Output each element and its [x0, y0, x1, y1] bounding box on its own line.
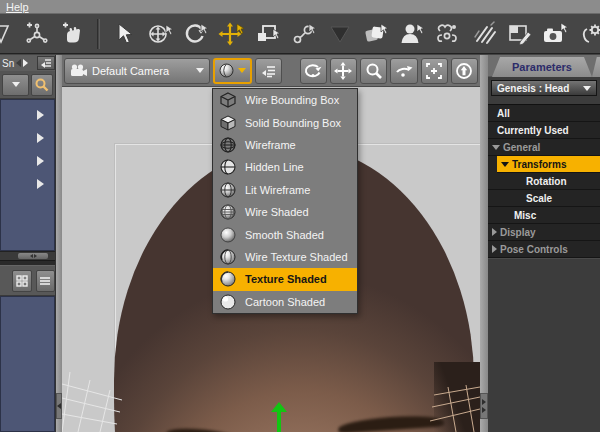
create-prop-icon[interactable] — [58, 19, 88, 49]
scene-search-button[interactable] — [31, 74, 53, 96]
figure-selection-tool[interactable] — [397, 19, 427, 49]
bank-button[interactable] — [390, 58, 417, 84]
menu-item-solid-bounding-box[interactable]: Solid Bounding Box — [213, 111, 357, 133]
scale-tool[interactable] — [253, 19, 283, 49]
main-toolbar — [0, 14, 600, 54]
param-item-rotation[interactable]: Rotation — [488, 173, 600, 190]
menu-item-wire-texture-shaded[interactable]: Wire Texture Shaded — [213, 246, 357, 268]
floor-grid — [62, 372, 132, 432]
scene-hscrollbar[interactable] — [0, 251, 55, 260]
camera-selector-label: Default Camera — [92, 65, 191, 77]
floor-grid — [430, 377, 480, 432]
list-icon — [261, 65, 276, 77]
splitter-handle[interactable] — [480, 393, 488, 419]
wireframe-sphere-icon — [220, 137, 236, 153]
hamburger-icon — [39, 276, 51, 286]
viewport-toolbar: Default Camera — [62, 55, 480, 87]
lower-pane-content[interactable] — [0, 296, 55, 432]
scene-tree[interactable] — [0, 99, 55, 251]
tree-expander-icon[interactable] — [37, 179, 44, 189]
tab-sliver[interactable] — [592, 57, 600, 77]
scene-pane: Sn — [0, 55, 56, 432]
hscroll-thumb[interactable] — [18, 253, 48, 259]
menu-item-texture-shaded[interactable]: Texture Shaded — [213, 268, 357, 290]
translate-gizmo-y[interactable] — [271, 402, 287, 432]
cartoon-shaded-sphere-icon — [220, 294, 236, 310]
tree-expander-icon[interactable] — [37, 110, 44, 120]
chevron-down-icon — [196, 68, 204, 73]
view-options-button[interactable] — [255, 58, 282, 84]
menu-item-lit-wireframe[interactable]: Lit Wireframe — [213, 179, 357, 201]
solid-cube-icon — [220, 115, 236, 131]
menu-bar: Help — [0, 0, 600, 14]
menu-help[interactable]: Help — [2, 1, 33, 13]
surface-selection-tool[interactable] — [361, 19, 391, 49]
parameters-empty-area — [488, 258, 600, 432]
smooth-shaded-sphere-icon — [220, 227, 236, 243]
param-group-general[interactable]: General — [488, 139, 600, 156]
tool-menu-arrow[interactable] — [325, 19, 355, 49]
wire-shaded-sphere-icon — [220, 204, 236, 220]
param-item-misc[interactable]: Misc — [488, 207, 600, 224]
translate-tool[interactable] — [217, 19, 247, 49]
menu-item-wireframe[interactable]: Wireframe — [213, 134, 357, 156]
powerpose-tool[interactable] — [433, 19, 463, 49]
menu-item-hidden-line[interactable]: Hidden Line — [213, 156, 357, 178]
aim-button[interactable] — [451, 58, 478, 84]
frame-button[interactable] — [421, 58, 448, 84]
scope-selector-label: Genesis : Head — [497, 83, 579, 94]
expander-down-icon — [492, 145, 500, 150]
clipped-cone-icon[interactable] — [0, 19, 16, 49]
param-group-transforms[interactable]: Transforms — [497, 156, 600, 173]
parameter-group-list: All Currently Used General Transforms Ro… — [488, 104, 600, 258]
texture-shaded-sphere-icon — [220, 271, 236, 287]
rotate-tool[interactable] — [181, 19, 211, 49]
wire-texture-shaded-sphere-icon — [220, 249, 236, 265]
expander-right-icon — [492, 245, 497, 253]
param-item-scale[interactable]: Scale — [488, 190, 600, 207]
grid-view-button[interactable] — [12, 270, 32, 292]
menu-item-cartoon-shaded[interactable]: Cartoon Shaded — [213, 291, 357, 313]
list-menu-button[interactable] — [36, 270, 56, 292]
layout-edit-tool[interactable] — [505, 19, 535, 49]
param-item-all[interactable]: All — [488, 105, 600, 122]
render-settings[interactable] — [577, 19, 600, 49]
tab-scroll-right-icon[interactable] — [23, 59, 28, 67]
pan-button[interactable] — [330, 58, 357, 84]
viewport: Default Camera — [62, 55, 480, 432]
rotate-orbit-tool[interactable] — [145, 19, 175, 49]
viewport-canvas[interactable]: Wire Bounding Box Solid Bounding Box Wir… — [62, 87, 480, 432]
param-item-currently-used[interactable]: Currently Used — [488, 122, 600, 139]
param-group-display[interactable]: Display — [488, 224, 600, 241]
param-group-pose-controls[interactable]: Pose Controls — [488, 241, 600, 258]
drawstyle-menu: Wire Bounding Box Solid Bounding Box Wir… — [212, 88, 358, 314]
scene-tab[interactable]: Sn — [0, 58, 15, 69]
spot-render-tool[interactable] — [541, 19, 571, 49]
arc-rotate-icon — [395, 64, 413, 78]
node-selection-tool[interactable] — [109, 19, 139, 49]
chevron-down-icon — [583, 86, 591, 91]
camera-selector[interactable]: Default Camera — [64, 58, 210, 84]
aim-icon — [456, 63, 472, 79]
zoom-button[interactable] — [360, 58, 387, 84]
create-node-icon[interactable] — [22, 19, 52, 49]
camera-icon — [70, 64, 87, 77]
tree-expander-icon[interactable] — [37, 156, 44, 166]
tab-parameters[interactable]: Parameters — [492, 57, 592, 77]
menu-item-smooth-shaded[interactable]: Smooth Shaded — [213, 223, 357, 245]
style-tool[interactable] — [469, 19, 499, 49]
joint-editor-tool[interactable] — [289, 19, 319, 49]
pane-menu-button[interactable] — [37, 56, 55, 70]
sphere-icon — [219, 63, 234, 78]
pan-icon — [334, 62, 352, 80]
menu-item-wire-shaded[interactable]: Wire Shaded — [213, 201, 357, 223]
menu-item-wire-bounding-box[interactable]: Wire Bounding Box — [213, 89, 357, 111]
tab-scroll-left-icon[interactable] — [16, 59, 21, 67]
orbit-icon — [304, 63, 322, 79]
scene-filter-dropdown[interactable] — [2, 74, 29, 96]
drawstyle-button[interactable] — [213, 58, 252, 84]
scope-selector[interactable]: Genesis : Head — [491, 80, 597, 96]
tree-expander-icon[interactable] — [37, 133, 44, 143]
orbit-button[interactable] — [300, 58, 327, 84]
right-splitter[interactable] — [480, 55, 488, 432]
